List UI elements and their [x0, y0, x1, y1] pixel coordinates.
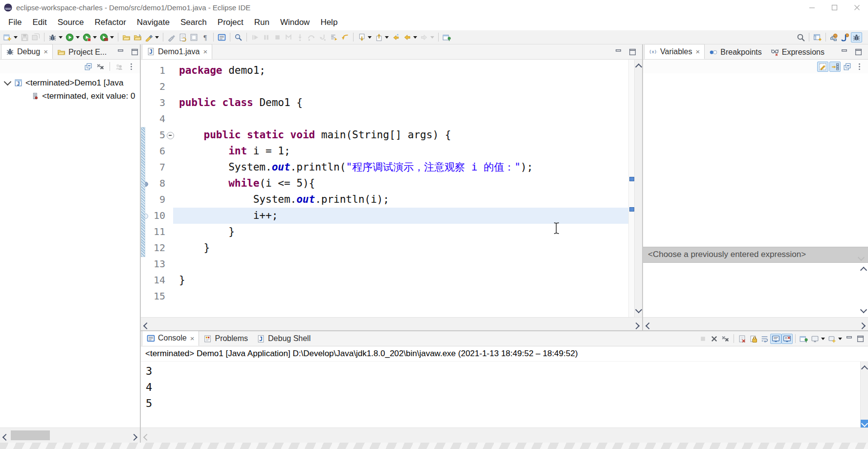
minimize-panel-button[interactable] [613, 47, 624, 57]
tab-variables[interactable]: (x)=Variables× [644, 44, 705, 59]
show-type-names-button[interactable] [817, 62, 828, 72]
console-output[interactable]: 345 [141, 362, 860, 428]
line-number-gutter[interactable]: 6 [141, 143, 173, 159]
next-annotation-button[interactable] [356, 32, 373, 43]
minimize-button[interactable] [801, 0, 823, 15]
search-button[interactable] [795, 32, 806, 43]
tab-project-e[interactable]: Project E... [53, 45, 111, 59]
highlight-button[interactable] [143, 32, 160, 43]
menu-file[interactable]: File [3, 16, 27, 29]
close-tab-icon[interactable]: × [696, 47, 700, 56]
menu-run[interactable]: Run [249, 16, 275, 29]
line-number-gutter[interactable]: 7 [141, 159, 173, 175]
editor-vscrollbar[interactable] [634, 60, 642, 317]
line-number-gutter[interactable]: 3 [141, 95, 173, 111]
line-number-gutter[interactable]: 2 [141, 79, 173, 95]
save-all-button[interactable] [30, 32, 42, 43]
menu-help[interactable]: Help [315, 16, 343, 29]
ruler-marker[interactable] [629, 177, 634, 181]
new-wizard-button[interactable] [2, 32, 19, 43]
view-menu-button[interactable] [126, 62, 137, 72]
scroll-left-button[interactable] [646, 321, 651, 330]
line-number-gutter[interactable]: 12 [141, 240, 173, 256]
tab-debug[interactable]: Debug× [1, 44, 53, 59]
dropdown-arrow-icon[interactable] [368, 36, 372, 39]
expression-combo[interactable]: <Choose a previously entered expression> [643, 247, 868, 263]
menu-source[interactable]: Source [52, 16, 89, 29]
refresh-doc-button[interactable] [177, 32, 188, 43]
tab-expressions[interactable]: Expressions [766, 45, 829, 59]
editor-hscrollbar[interactable] [141, 317, 642, 330]
tree-item[interactable]: J<terminated>Demo1 [Java [0, 76, 140, 89]
remove-all-terminated-button[interactable] [95, 62, 106, 72]
show-logical-structures-button[interactable] [829, 62, 841, 72]
scroll-left-button[interactable] [144, 433, 149, 442]
filter-people-button[interactable] [113, 62, 125, 72]
expand-chevron-icon[interactable] [4, 78, 12, 86]
forward-button[interactable] [419, 32, 436, 43]
dropdown-arrow-icon[interactable] [385, 36, 389, 39]
tab-console[interactable]: Console× [142, 331, 199, 346]
scroll-up-button[interactable] [636, 63, 641, 71]
scroll-down-button[interactable] [861, 305, 866, 314]
pin-editor-button[interactable] [441, 32, 452, 43]
scroll-up-button[interactable] [861, 266, 866, 275]
line-number-gutter[interactable]: 9 [141, 192, 173, 208]
javaee-perspective-button[interactable] [828, 32, 840, 43]
display-console-button[interactable] [809, 334, 826, 344]
remove-launch-button[interactable] [709, 334, 720, 344]
back-button[interactable] [401, 32, 419, 43]
close-tab-icon[interactable]: × [44, 47, 48, 56]
tab-problems[interactable]: Problems [199, 332, 252, 346]
dropdown-arrow-icon[interactable] [155, 36, 159, 39]
pin-console-button[interactable] [798, 334, 809, 344]
tab-debug-shell[interactable]: JDebug Shell [252, 332, 315, 346]
dropdown-arrow-icon[interactable] [76, 36, 80, 39]
dropdown-arrow-icon[interactable] [14, 36, 18, 39]
scroll-down-button[interactable] [861, 420, 868, 428]
open-folder-2-button[interactable] [132, 32, 143, 43]
scroll-right-button[interactable] [634, 321, 639, 330]
step-over-button[interactable] [306, 32, 317, 43]
maximize-panel-button[interactable] [129, 47, 140, 57]
clear-console-button[interactable] [736, 334, 748, 344]
line-number-gutter[interactable]: 11 [141, 224, 173, 240]
console-window-button[interactable] [216, 32, 227, 43]
tree-item[interactable]: <terminated, exit value: 0 [0, 89, 140, 103]
show-whitespace-button[interactable]: ¶ [200, 32, 211, 43]
drop-to-frame-button[interactable] [339, 32, 351, 43]
last-edit-location-button[interactable] [390, 32, 401, 43]
run-button[interactable] [64, 32, 81, 43]
maximize-panel-button[interactable] [853, 47, 864, 57]
scroll-left-button[interactable] [3, 433, 8, 442]
step-into-button[interactable] [294, 32, 306, 43]
close-button[interactable] [846, 0, 868, 15]
disconnect-button[interactable] [283, 32, 294, 43]
overview-ruler[interactable] [628, 60, 634, 317]
debug-launch-tree[interactable]: J<terminated>Demo1 [Java<terminated, exi… [0, 73, 140, 428]
console-hscrollbar[interactable] [141, 428, 868, 443]
menu-edit[interactable]: Edit [27, 16, 52, 29]
line-number-gutter[interactable]: 4 [141, 111, 173, 127]
view-menu-button[interactable] [854, 62, 865, 72]
scroll-right-button[interactable] [860, 321, 865, 330]
resume-button[interactable] [249, 32, 261, 43]
external-tools-button[interactable] [98, 32, 115, 43]
dropdown-arrow-icon[interactable] [821, 338, 825, 340]
console-vscrollbar[interactable] [860, 362, 868, 428]
remove-all-terminated-button[interactable] [720, 334, 731, 344]
close-tab-icon[interactable]: × [203, 47, 207, 56]
scroll-left-button[interactable] [144, 321, 149, 330]
java-perspective-button[interactable] [840, 32, 851, 43]
line-number-gutter[interactable]: 15 [141, 288, 173, 304]
menu-refactor[interactable]: Refactor [89, 16, 132, 29]
show-stdout-button[interactable] [770, 334, 781, 344]
dropdown-arrow-icon[interactable] [93, 36, 97, 39]
show-stderr-button[interactable] [781, 334, 793, 344]
save-button[interactable] [19, 32, 30, 43]
pause-button[interactable] [261, 32, 272, 43]
collapse-all-button[interactable] [83, 62, 94, 72]
terminate-button[interactable] [272, 32, 283, 43]
maximize-panel-button[interactable] [627, 47, 638, 57]
scroll-lock-button[interactable] [748, 334, 759, 344]
